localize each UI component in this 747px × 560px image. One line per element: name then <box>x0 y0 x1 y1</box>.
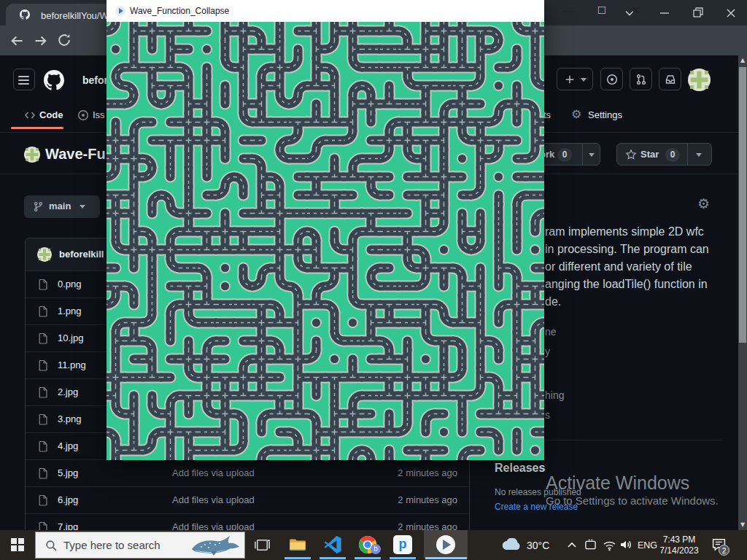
wfc-maximize-icon[interactable]: ☐ <box>595 4 608 16</box>
reload-icon[interactable] <box>57 33 71 47</box>
play-icon <box>443 540 451 550</box>
about-line: de. <box>545 293 709 311</box>
about-description: ram implements simple 2D wfc in processi… <box>545 223 709 311</box>
about-meta-item: s <box>545 409 550 421</box>
file-name-link[interactable]: 3.png <box>58 413 82 424</box>
window-restore-icon[interactable] <box>692 7 704 18</box>
settings-gear-icon: ⚙ <box>571 107 581 121</box>
desktop-screen: beforelkillYou/Wav g b beforelkillYou <box>0 0 747 560</box>
tab-insights[interactable]: ts <box>543 109 551 120</box>
weather-cloud-icon[interactable] <box>502 538 522 551</box>
task-view-icon[interactable] <box>254 537 271 553</box>
search-placeholder: Type here to search <box>63 539 160 551</box>
taskbar-indicator-active <box>425 557 467 559</box>
github-inbox-button[interactable] <box>659 68 681 90</box>
wfc-window-title: Wave_Function_Collapse <box>130 6 229 16</box>
star-icon <box>625 149 637 160</box>
forward-icon[interactable] <box>34 34 48 48</box>
tab-settings[interactable]: Settings <box>588 109 622 120</box>
releases-heading[interactable]: Releases <box>495 462 545 475</box>
table-row[interactable]: 6.jpg Add files via upload 2 minutes ago <box>26 486 469 513</box>
window-minimize-icon[interactable] <box>659 7 670 19</box>
chrome-profile-badge: b <box>371 544 381 554</box>
tab-issues[interactable]: Iss <box>93 109 105 120</box>
file-name-link[interactable]: 2.jpg <box>58 386 78 397</box>
wfc-window-titlebar[interactable]: Wave_Function_Collapse — ☐ ✕ <box>107 0 544 22</box>
file-icon <box>37 386 49 398</box>
file-name-link[interactable]: 10.jpg <box>58 332 83 343</box>
commit-author[interactable]: beforelkill <box>59 249 104 260</box>
table-row[interactable]: 5.jpg Add files via upload 2 minutes ago <box>26 459 469 486</box>
wifi-icon[interactable] <box>603 540 616 551</box>
tab-title: beforelkillYou/Wav <box>41 10 112 21</box>
taskbar-indicator <box>390 557 416 559</box>
file-name-link[interactable]: 4.jpg <box>58 440 78 451</box>
file-icon <box>37 359 49 371</box>
button-divider <box>582 144 583 165</box>
button-divider <box>687 144 688 165</box>
issue-icon <box>606 74 618 85</box>
code-tab-icon <box>24 109 36 121</box>
github-pull-requests-button[interactable] <box>630 68 652 90</box>
plus-icon <box>565 74 575 85</box>
file-icon <box>37 494 49 506</box>
github-user-avatar[interactable] <box>688 69 711 91</box>
taskbar-search-box[interactable]: Type here to search <box>35 532 245 559</box>
fork-count-badge: 0 <box>557 148 572 162</box>
commit-author-avatar[interactable] <box>37 247 52 262</box>
volume-icon[interactable] <box>619 539 632 551</box>
commit-date: 2 minutes ago <box>398 494 457 505</box>
file-name-link[interactable]: 0.png <box>58 279 82 289</box>
processing-app-icon[interactable]: p <box>393 535 412 554</box>
tray-chevron-icon[interactable] <box>567 540 577 549</box>
file-name-link[interactable]: 1.png <box>58 306 82 316</box>
about-meta-item: hing <box>545 389 564 401</box>
fork-dropdown-icon[interactable] <box>589 153 595 157</box>
taskbar-indicator <box>355 557 381 559</box>
temperature-text[interactable]: 30°C <box>527 540 549 551</box>
about-line: anging the loadTile() function in <box>545 276 709 293</box>
file-icon <box>37 467 49 479</box>
commit-date: 2 minutes ago <box>398 467 457 478</box>
wfc-close-icon[interactable]: ✕ <box>629 4 642 16</box>
activate-windows-subtext: Go to Settings to activate Windows. <box>546 494 719 507</box>
about-gear-icon[interactable]: ⚙ <box>697 195 710 211</box>
branch-dropdown-icon <box>80 205 85 209</box>
tablet-mode-icon[interactable] <box>584 539 597 551</box>
scrollbar-up-arrow[interactable]: ▲ <box>738 55 747 66</box>
commit-message-link[interactable]: Add files via upload <box>172 467 255 478</box>
tab-code[interactable]: Code <box>39 109 63 120</box>
file-name-link[interactable]: 5.jpg <box>58 467 78 478</box>
start-button-icon[interactable] <box>11 538 24 551</box>
star-dropdown-icon[interactable] <box>696 153 702 157</box>
window-close-icon[interactable] <box>725 7 737 19</box>
clock-date: 7/14/2023 <box>655 545 703 556</box>
issues-tab-icon <box>77 109 89 121</box>
scrollbar-thumb[interactable] <box>739 67 746 343</box>
running-sketch-icon[interactable] <box>436 535 455 554</box>
scrollbar-down-arrow[interactable]: ▼ <box>738 520 747 530</box>
file-name-link[interactable]: 11.png <box>58 359 86 370</box>
about-line: ram implements simple 2D wfc <box>545 223 709 241</box>
github-hamburger-menu[interactable] <box>13 69 35 90</box>
file-name-link[interactable]: 6.jpg <box>58 494 78 505</box>
repo-owner-link[interactable]: beforelkillYou <box>82 74 107 86</box>
branch-selector[interactable]: main <box>24 195 100 218</box>
github-favicon-icon <box>19 9 31 20</box>
repo-title[interactable]: Wave-Fu <box>45 146 107 163</box>
about-line: in processing. The program can <box>545 241 709 258</box>
wfc-minimize-icon[interactable]: — <box>562 4 575 16</box>
taskbar-clock[interactable]: 7:43 PM 7/14/2023 <box>655 534 703 556</box>
search-icon <box>45 540 58 552</box>
github-create-new-button[interactable] <box>557 68 593 90</box>
github-issues-button[interactable] <box>600 68 623 90</box>
github-logo[interactable] <box>42 69 66 92</box>
vscode-icon[interactable] <box>323 535 342 554</box>
back-icon[interactable] <box>9 34 24 48</box>
file-icon <box>37 306 49 317</box>
commit-message-link[interactable]: Add files via upload <box>172 494 255 505</box>
repo-avatar <box>24 147 40 163</box>
star-button[interactable]: Star 0 <box>616 143 712 166</box>
wfc-app-window: Wave_Function_Collapse — ☐ ✕ <box>107 0 544 460</box>
file-explorer-icon[interactable] <box>288 535 307 554</box>
